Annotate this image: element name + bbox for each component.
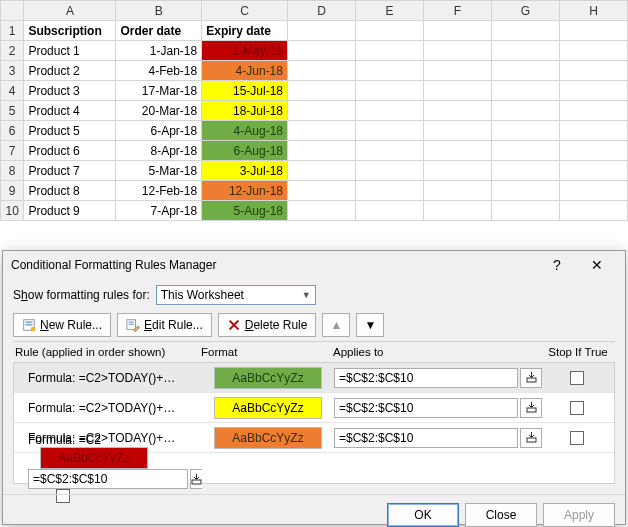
cell-F10[interactable] (423, 201, 491, 221)
row-header-10[interactable]: 10 (1, 201, 24, 221)
cell-A8[interactable]: Product 7 (24, 161, 116, 181)
row-header-4[interactable]: 4 (1, 81, 24, 101)
applies-to-input[interactable] (334, 428, 518, 448)
cell-G4[interactable] (491, 81, 559, 101)
cell-A5[interactable]: Product 4 (24, 101, 116, 121)
cell-B9[interactable]: 12-Feb-18 (116, 181, 202, 201)
cell-A2[interactable]: Product 1 (24, 41, 116, 61)
cell-E6[interactable] (355, 121, 423, 141)
cell-G3[interactable] (491, 61, 559, 81)
cell-G5[interactable] (491, 101, 559, 121)
close-footer-button[interactable]: Close (465, 503, 537, 527)
cell-H5[interactable] (559, 101, 627, 121)
cell-E9[interactable] (355, 181, 423, 201)
cell-F8[interactable] (423, 161, 491, 181)
row-header-7[interactable]: 7 (1, 141, 24, 161)
cell-B4[interactable]: 17-Mar-18 (116, 81, 202, 101)
cell-H1[interactable] (559, 21, 627, 41)
range-picker-button[interactable] (190, 469, 202, 489)
cell-D10[interactable] (287, 201, 355, 221)
move-down-button[interactable]: ▼ (356, 313, 384, 337)
delete-rule-button[interactable]: Delete Rule (218, 313, 317, 337)
move-up-button[interactable]: ▲ (322, 313, 350, 337)
cell-B2[interactable]: 1-Jan-18 (116, 41, 202, 61)
cell-C1[interactable]: Expiry date (202, 21, 288, 41)
cell-H10[interactable] (559, 201, 627, 221)
cell-E4[interactable] (355, 81, 423, 101)
cell-C9[interactable]: 12-Jun-18 (202, 181, 288, 201)
cell-E1[interactable] (355, 21, 423, 41)
cell-B3[interactable]: 4-Feb-18 (116, 61, 202, 81)
cell-H2[interactable] (559, 41, 627, 61)
cell-A4[interactable]: Product 3 (24, 81, 116, 101)
edit-rule-button[interactable]: Edit Rule... (117, 313, 212, 337)
cell-F5[interactable] (423, 101, 491, 121)
cell-D7[interactable] (287, 141, 355, 161)
cell-B1[interactable]: Order date (116, 21, 202, 41)
cell-A6[interactable]: Product 5 (24, 121, 116, 141)
cell-C8[interactable]: 3-Jul-18 (202, 161, 288, 181)
cell-D1[interactable] (287, 21, 355, 41)
cell-C5[interactable]: 18-Jul-18 (202, 101, 288, 121)
cell-G9[interactable] (491, 181, 559, 201)
applies-to-input[interactable] (334, 398, 518, 418)
cell-D3[interactable] (287, 61, 355, 81)
cell-C4[interactable]: 15-Jul-18 (202, 81, 288, 101)
cell-E2[interactable] (355, 41, 423, 61)
cell-F6[interactable] (423, 121, 491, 141)
cell-E5[interactable] (355, 101, 423, 121)
cell-G6[interactable] (491, 121, 559, 141)
cell-A7[interactable]: Product 6 (24, 141, 116, 161)
col-header-D[interactable]: D (287, 1, 355, 21)
cell-C3[interactable]: 4-Jun-18 (202, 61, 288, 81)
cell-H6[interactable] (559, 121, 627, 141)
ok-button[interactable]: OK (387, 503, 459, 527)
cell-A9[interactable]: Product 8 (24, 181, 116, 201)
cell-D4[interactable] (287, 81, 355, 101)
spreadsheet-grid[interactable]: A B C D E F G H 1 Subscription Order dat… (0, 0, 628, 221)
row-header-5[interactable]: 5 (1, 101, 24, 121)
col-header-H[interactable]: H (559, 1, 627, 21)
cell-D2[interactable] (287, 41, 355, 61)
cell-F9[interactable] (423, 181, 491, 201)
cell-F7[interactable] (423, 141, 491, 161)
scope-select[interactable]: This Worksheet ▼ (156, 285, 316, 305)
dialog-titlebar[interactable]: Conditional Formatting Rules Manager ? ✕ (3, 251, 625, 279)
col-header-E[interactable]: E (355, 1, 423, 21)
range-picker-button[interactable] (520, 368, 542, 388)
cell-E10[interactable] (355, 201, 423, 221)
cell-H4[interactable] (559, 81, 627, 101)
range-picker-button[interactable] (520, 398, 542, 418)
applies-to-input[interactable] (28, 469, 188, 489)
col-header-F[interactable]: F (423, 1, 491, 21)
rule-row[interactable]: Formula: =C2>TODAY()+…AaBbCcYyZz (14, 363, 614, 393)
cell-D9[interactable] (287, 181, 355, 201)
cell-G1[interactable] (491, 21, 559, 41)
cell-H8[interactable] (559, 161, 627, 181)
col-header-C[interactable]: C (202, 1, 288, 21)
stop-if-true-checkbox[interactable] (570, 371, 584, 385)
cell-H7[interactable] (559, 141, 627, 161)
row-header-8[interactable]: 8 (1, 161, 24, 181)
rule-row[interactable]: Formula: =C2AaBbCcYyZz (14, 453, 614, 483)
col-header-A[interactable]: A (24, 1, 116, 21)
cell-D6[interactable] (287, 121, 355, 141)
stop-if-true-checkbox[interactable] (570, 431, 584, 445)
cell-H9[interactable] (559, 181, 627, 201)
cell-D8[interactable] (287, 161, 355, 181)
cell-F3[interactable] (423, 61, 491, 81)
cell-F4[interactable] (423, 81, 491, 101)
rule-row[interactable]: Formula: =C2>TODAY()+…AaBbCcYyZz (14, 393, 614, 423)
new-rule-button[interactable]: NNew Rule...ew Rule... (13, 313, 111, 337)
cell-C6[interactable]: 4-Aug-18 (202, 121, 288, 141)
row-header-3[interactable]: 3 (1, 61, 24, 81)
cell-B5[interactable]: 20-Mar-18 (116, 101, 202, 121)
cell-E3[interactable] (355, 61, 423, 81)
row-header-9[interactable]: 9 (1, 181, 24, 201)
cell-F2[interactable] (423, 41, 491, 61)
cell-C7[interactable]: 6-Aug-18 (202, 141, 288, 161)
cell-D5[interactable] (287, 101, 355, 121)
cell-B10[interactable]: 7-Apr-18 (116, 201, 202, 221)
cell-A3[interactable]: Product 2 (24, 61, 116, 81)
cell-C10[interactable]: 5-Aug-18 (202, 201, 288, 221)
